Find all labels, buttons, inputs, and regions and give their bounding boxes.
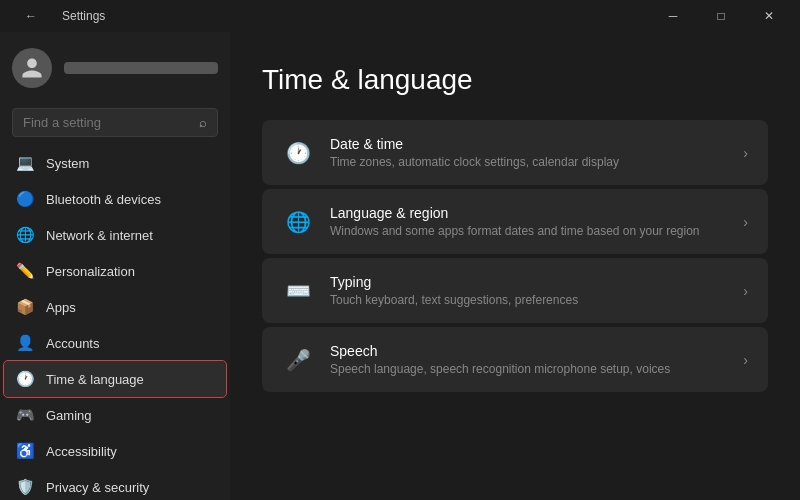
sidebar-item-label-apps: Apps: [46, 300, 76, 315]
minimize-icon: ─: [669, 9, 678, 23]
sidebar-item-label-bluetooth: Bluetooth & devices: [46, 192, 161, 207]
bluetooth-icon: 🔵: [16, 190, 34, 208]
accounts-icon: 👤: [16, 334, 34, 352]
language-region-icon: 🌐: [282, 206, 314, 238]
sidebar-item-label-personalization: Personalization: [46, 264, 135, 279]
search-input[interactable]: [23, 115, 191, 130]
setting-card-speech[interactable]: 🎤 Speech Speech language, speech recogni…: [262, 327, 768, 392]
accessibility-icon: ♿: [16, 442, 34, 460]
sidebar-item-label-accounts: Accounts: [46, 336, 99, 351]
maximize-button[interactable]: □: [698, 0, 744, 32]
sidebar-item-network[interactable]: 🌐 Network & internet: [4, 217, 226, 253]
sidebar-item-label-accessibility: Accessibility: [46, 444, 117, 459]
language-region-description: Windows and some apps format dates and t…: [330, 224, 727, 238]
personalization-icon: ✏️: [16, 262, 34, 280]
sidebar-item-privacy-security[interactable]: 🛡️ Privacy & security: [4, 469, 226, 500]
sidebar-item-gaming[interactable]: 🎮 Gaming: [4, 397, 226, 433]
sidebar-item-bluetooth[interactable]: 🔵 Bluetooth & devices: [4, 181, 226, 217]
language-region-title: Language & region: [330, 205, 727, 221]
time-language-icon: 🕐: [16, 370, 34, 388]
typing-text: Typing Touch keyboard, text suggestions,…: [330, 274, 727, 307]
speech-description: Speech language, speech recognition micr…: [330, 362, 727, 376]
date-time-description: Time zones, automatic clock settings, ca…: [330, 155, 727, 169]
sidebar-item-accessibility[interactable]: ♿ Accessibility: [4, 433, 226, 469]
sidebar-item-system[interactable]: 💻 System: [4, 145, 226, 181]
back-button[interactable]: ←: [8, 0, 54, 32]
privacy-security-icon: 🛡️: [16, 478, 34, 496]
typing-icon: ⌨️: [282, 275, 314, 307]
sidebar-item-time-language[interactable]: 🕐 Time & language: [4, 361, 226, 397]
search-box[interactable]: ⌕: [12, 108, 218, 137]
app-container: ⌕ 💻 System 🔵 Bluetooth & devices 🌐 Netwo…: [0, 32, 800, 500]
sidebar-item-label-privacy-security: Privacy & security: [46, 480, 149, 495]
avatar-icon: [20, 56, 44, 80]
minimize-button[interactable]: ─: [650, 0, 696, 32]
title-bar-controls: ─ □ ✕: [650, 0, 792, 32]
setting-card-language-region[interactable]: 🌐 Language & region Windows and some app…: [262, 189, 768, 254]
title-bar-left: ← Settings: [8, 0, 105, 32]
speech-chevron: ›: [743, 352, 748, 368]
date-time-title: Date & time: [330, 136, 727, 152]
main-content: Time & language 🕐 Date & time Time zones…: [230, 32, 800, 500]
date-time-chevron: ›: [743, 145, 748, 161]
sidebar: ⌕ 💻 System 🔵 Bluetooth & devices 🌐 Netwo…: [0, 32, 230, 500]
title-bar-title: Settings: [62, 9, 105, 23]
page-title: Time & language: [262, 64, 768, 96]
system-icon: 💻: [16, 154, 34, 172]
date-time-text: Date & time Time zones, automatic clock …: [330, 136, 727, 169]
speech-title: Speech: [330, 343, 727, 359]
setting-card-date-time[interactable]: 🕐 Date & time Time zones, automatic cloc…: [262, 120, 768, 185]
sidebar-item-label-network: Network & internet: [46, 228, 153, 243]
avatar: [12, 48, 52, 88]
setting-cards: 🕐 Date & time Time zones, automatic cloc…: [262, 120, 768, 392]
user-profile[interactable]: [0, 32, 230, 104]
sidebar-item-label-gaming: Gaming: [46, 408, 92, 423]
back-icon: ←: [25, 9, 37, 23]
typing-chevron: ›: [743, 283, 748, 299]
network-icon: 🌐: [16, 226, 34, 244]
speech-icon: 🎤: [282, 344, 314, 376]
user-name-placeholder: [64, 62, 218, 74]
sidebar-item-personalization[interactable]: ✏️ Personalization: [4, 253, 226, 289]
date-time-icon: 🕐: [282, 137, 314, 169]
sidebar-item-label-time-language: Time & language: [46, 372, 144, 387]
typing-title: Typing: [330, 274, 727, 290]
speech-text: Speech Speech language, speech recogniti…: [330, 343, 727, 376]
setting-card-typing[interactable]: ⌨️ Typing Touch keyboard, text suggestio…: [262, 258, 768, 323]
language-region-chevron: ›: [743, 214, 748, 230]
maximize-icon: □: [717, 9, 724, 23]
search-icon: ⌕: [199, 115, 207, 130]
close-icon: ✕: [764, 9, 774, 23]
apps-icon: 📦: [16, 298, 34, 316]
sidebar-item-label-system: System: [46, 156, 89, 171]
sidebar-item-accounts[interactable]: 👤 Accounts: [4, 325, 226, 361]
typing-description: Touch keyboard, text suggestions, prefer…: [330, 293, 727, 307]
gaming-icon: 🎮: [16, 406, 34, 424]
nav-list: 💻 System 🔵 Bluetooth & devices 🌐 Network…: [0, 145, 230, 500]
language-region-text: Language & region Windows and some apps …: [330, 205, 727, 238]
close-button[interactable]: ✕: [746, 0, 792, 32]
title-bar: ← Settings ─ □ ✕: [0, 0, 800, 32]
sidebar-item-apps[interactable]: 📦 Apps: [4, 289, 226, 325]
